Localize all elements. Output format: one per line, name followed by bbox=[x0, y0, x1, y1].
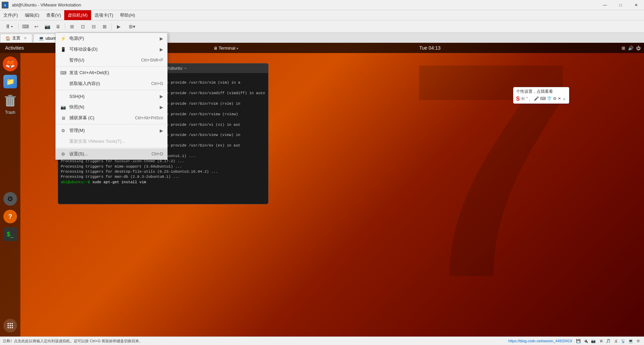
menu-settings[interactable]: ⚙ 设置(S)... Ctrl+D bbox=[56, 149, 167, 159]
toolbar-sep-1 bbox=[18, 23, 19, 30]
ime-icon-dot[interactable]: ° bbox=[526, 96, 528, 102]
revert-button[interactable]: ↩ bbox=[31, 22, 41, 31]
menu-manage-label: 管理(M) bbox=[69, 127, 85, 134]
statusbar-url[interactable]: https://blog.csdn.net/weixin_44933419 bbox=[508, 339, 572, 343]
ubuntu-dock: 🦊 📁 Trash bbox=[0, 53, 20, 337]
volume-icon: 🔊 bbox=[628, 46, 633, 51]
app-icon: V bbox=[2, 2, 8, 8]
svg-point-9 bbox=[10, 323, 11, 324]
vmware-toolbar: ⏸▾ ⌨ ↩ 📷 🖥 ⊞ ⊡ ⊟ ⊠ ▶ ⊞▾ bbox=[0, 20, 644, 33]
menu-reinstall: 重新安装 VMware Tools(T)... bbox=[56, 136, 167, 147]
vmware-menubar: 文件(F) 编辑(E) 查看(V) 虚拟机(M) 选项卡(T) 帮助(H) bbox=[0, 10, 644, 20]
unity-button[interactable]: ⊟ bbox=[89, 22, 99, 31]
manage-arrow: ▶ bbox=[160, 128, 163, 133]
statusbar-hint: 注释》点击此处以将输入定向到该虚拟机。还可以按 Ctrl+G 将鼠标和键盘切换回… bbox=[3, 339, 143, 344]
tab-home[interactable]: 🏠 主页 ✕ bbox=[0, 34, 32, 42]
fullscreen-button[interactable]: ⊡ bbox=[78, 22, 88, 31]
activities-button[interactable]: Activities bbox=[0, 45, 29, 51]
ssh-menu-icon bbox=[60, 93, 67, 100]
status-audio-icon[interactable]: 🎵 bbox=[605, 338, 611, 344]
menu-tabs[interactable]: 选项卡(T) bbox=[91, 10, 117, 20]
ime-icon-skin[interactable]: 👕 bbox=[547, 96, 552, 102]
status-display-icon[interactable]: 🖥 bbox=[598, 338, 604, 344]
ime-icon-chinese[interactable]: 中 bbox=[521, 96, 525, 102]
window-controls: — □ ✕ bbox=[597, 0, 644, 10]
menu-manage[interactable]: ⚙ 管理(M) ▶ bbox=[56, 125, 167, 136]
svg-rect-4 bbox=[8, 95, 12, 97]
ime-icon-add[interactable]: ＋ bbox=[562, 96, 566, 102]
menu-help[interactable]: 帮助(H) bbox=[117, 10, 138, 20]
menu-pause[interactable]: 暂停(U) Ctrl+Shift+P bbox=[56, 55, 167, 66]
sep-4 bbox=[56, 148, 167, 148]
dock-files[interactable]: 📁 bbox=[3, 74, 18, 89]
view2-button[interactable]: ⊞▾ bbox=[124, 22, 139, 31]
menu-capture[interactable]: 🖥 捕获屏幕 (C) Ctrl+Alt+PrtScn bbox=[56, 113, 167, 123]
trash-desktop-icon[interactable]: Trash bbox=[2, 92, 19, 115]
ime-icon-keyboard[interactable]: ⌨ bbox=[540, 96, 546, 102]
tab-home-close[interactable]: ✕ bbox=[24, 36, 27, 40]
window-title: abl@Ubuntu - VMware Workstation bbox=[10, 2, 597, 7]
vmware-statusbar: 注释》点击此处以将输入定向到该虚拟机。还可以按 Ctrl+G 将鼠标和键盘切换回… bbox=[0, 337, 644, 345]
menu-grab[interactable]: 抓取输入内容(I) Ctrl+G bbox=[56, 78, 167, 89]
menu-ssh-label: SSH(H) bbox=[69, 94, 85, 99]
maximize-button[interactable]: □ bbox=[613, 0, 628, 10]
dock-help[interactable]: ? bbox=[3, 209, 18, 224]
trash-icon bbox=[2, 92, 19, 109]
ime-row: S 中 ° 。 🎤 ⌨ 👕 ⚙ ✕ ＋ bbox=[516, 96, 566, 102]
dock-firefox[interactable]: 🦊 bbox=[3, 56, 18, 71]
status-camera-icon[interactable]: 📷 bbox=[590, 338, 596, 344]
removable-menu-icon: 📱 bbox=[60, 46, 67, 53]
status-network-icon[interactable]: 📡 bbox=[620, 338, 626, 344]
ime-icon-close[interactable]: ✕ bbox=[558, 96, 561, 102]
terminal-prompt[interactable]: abl@ubuntu:~$ sudo apt-get install vim bbox=[61, 180, 265, 185]
terminal-line-11: Processing triggers for mime-support (3.… bbox=[61, 164, 265, 169]
terminal-tab-label: Terminal bbox=[219, 46, 235, 51]
ime-logo: S bbox=[516, 96, 520, 102]
terminal-tab[interactable]: 🖥 Terminal ▾ bbox=[213, 46, 238, 51]
ime-icon-period[interactable]: 。 bbox=[529, 96, 533, 102]
status-usb-icon[interactable]: 🔌 bbox=[583, 338, 589, 344]
status-settings-icon[interactable]: ⚙ bbox=[635, 338, 641, 344]
terminal-icon-small: 🖥 bbox=[213, 46, 217, 51]
console-button[interactable]: ⊠ bbox=[100, 22, 110, 31]
pause-button[interactable]: ⏸▾ bbox=[2, 22, 17, 31]
send-ctrl-alt-del-button[interactable]: ⌨ bbox=[20, 22, 31, 31]
topbar-right: ⊞ 🔊 ⏻ bbox=[622, 46, 644, 51]
menu-ssh[interactable]: SSH(H) ▶ bbox=[56, 91, 167, 102]
menu-cad[interactable]: ⌨ 发送 Ctrl+Alt+Del(E) bbox=[56, 67, 167, 78]
statusbar-right: https://blog.csdn.net/weixin_44933419 💾 … bbox=[508, 338, 641, 344]
dock-app-grid[interactable] bbox=[3, 318, 18, 333]
terminal-line-12: Processing triggers for desktop-file-uti… bbox=[61, 169, 265, 174]
network-icon: ⊞ bbox=[622, 46, 625, 51]
ime-hint[interactable]: 个性设置，点我看看 bbox=[516, 89, 566, 94]
status-printer-icon[interactable]: 🖨 bbox=[613, 338, 619, 344]
toolbar-sep-3 bbox=[111, 23, 112, 30]
view-button[interactable]: 🖥 bbox=[53, 22, 63, 31]
menu-file[interactable]: 文件(F) bbox=[0, 10, 21, 20]
menu-removable[interactable]: 📱 可移动设备(D) ▶ bbox=[56, 44, 167, 55]
menu-vm[interactable]: 虚拟机(M) bbox=[64, 10, 91, 20]
ime-icon-mic[interactable]: 🎤 bbox=[534, 96, 539, 102]
sep-1 bbox=[56, 66, 167, 67]
status-cpu-icon[interactable]: 💻 bbox=[628, 338, 634, 344]
snapshot-button[interactable]: 📷 bbox=[42, 22, 52, 31]
power-arrow: ▶ bbox=[160, 36, 163, 41]
menu-snapshot[interactable]: 📷 快照(N) ▶ bbox=[56, 102, 167, 113]
close-button[interactable]: ✕ bbox=[628, 0, 644, 10]
dock-settings[interactable]: ⚙ bbox=[3, 191, 18, 206]
menu-view[interactable]: 查看(V) bbox=[43, 10, 64, 20]
terminal-icon-btn[interactable]: ▶ bbox=[114, 22, 124, 31]
menu-edit[interactable]: 编辑(E) bbox=[21, 10, 43, 20]
status-disk-icon[interactable]: 💾 bbox=[575, 338, 581, 344]
ime-icon-settings[interactable]: ⚙ bbox=[553, 96, 557, 102]
dock-terminal[interactable]: $_ bbox=[3, 227, 18, 242]
minimize-button[interactable]: — bbox=[597, 0, 613, 10]
settings-shortcut: Ctrl+D bbox=[152, 152, 163, 156]
settings-menu-icon: ⚙ bbox=[60, 151, 67, 157]
terminal-line-13: Processing triggers for man-db (2.8.3-2u… bbox=[61, 174, 265, 179]
vm-icon: 💻 bbox=[39, 36, 44, 41]
cad-menu-icon: ⌨ bbox=[60, 69, 67, 76]
fit-button[interactable]: ⊞ bbox=[67, 22, 77, 31]
menu-power[interactable]: ⚡ 电源(P) ▶ bbox=[56, 33, 167, 44]
menu-removable-label: 可移动设备(D) bbox=[69, 46, 98, 52]
